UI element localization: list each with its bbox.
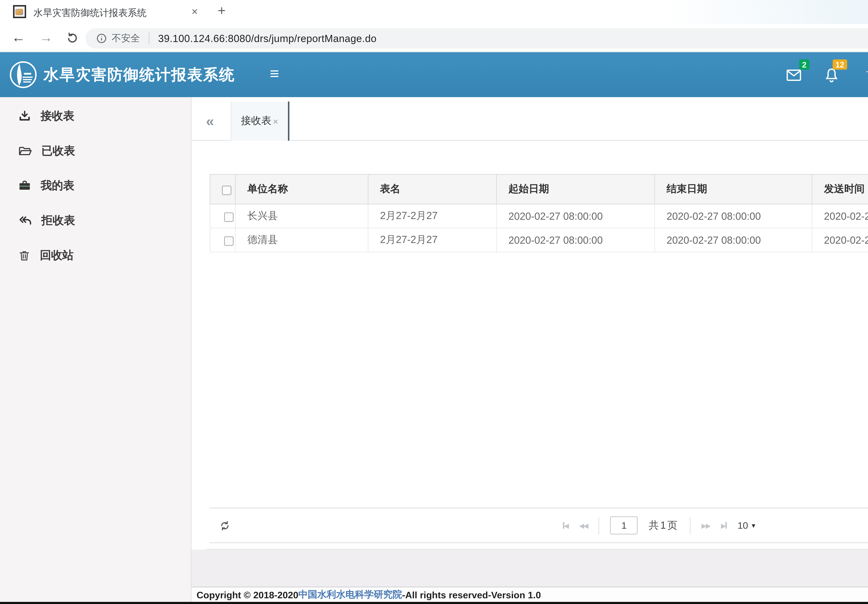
column-header-end: 结束日期 [655, 174, 812, 204]
header-right: 2 12 首页 灾情上报 报表管理 湖州市 [775, 52, 868, 97]
sidebar-item-received[interactable]: 接收表 [0, 99, 191, 133]
footer: Copyright © 2018-2020 中国水利水电科学研究院 -All r… [191, 587, 868, 602]
refresh-button[interactable] [219, 520, 231, 532]
sidebar-item-collected[interactable]: 已收表 [0, 133, 191, 168]
column-header-sent: 发送时间 [812, 174, 868, 204]
url-text: 39.100.124.66:8080/drs/jump/reportManage… [158, 33, 377, 44]
back-button[interactable]: ← [12, 30, 25, 46]
column-header-name: 表名 [368, 174, 496, 204]
sidebar-item-my-tables[interactable]: 我的表 [0, 168, 191, 203]
browser-tabstrip: 水旱灾害防御统计报表系统 × + × [0, 0, 868, 24]
sidebar: 接收表 已收表 我的表 拒收表 [0, 97, 191, 602]
pagination-controls: ◀ ◀◀ 共1页 ▶▶ ▶ 10▾ [563, 508, 755, 542]
sidebar-item-label: 我的表 [40, 178, 74, 194]
new-tab-button[interactable]: + [217, 3, 226, 19]
app-logo-icon [9, 60, 38, 89]
pagination-bar: ◀ ◀◀ 共1页 ▶▶ ▶ 10▾ 1 - 2 共 2 条 [209, 508, 868, 543]
info-icon[interactable] [96, 33, 107, 43]
sidebar-item-label: 回收站 [40, 248, 74, 263]
copyright-prefix: Copyright © 2018-2020 [197, 589, 298, 600]
first-page-button[interactable]: ◀ [563, 522, 568, 529]
cell-end: 2020-02-27 08:00:00 [655, 228, 812, 252]
sidebar-item-label: 接收表 [40, 108, 74, 124]
table-row: 长兴县 2月27-2月27 2020-02-27 08:00:00 2020-0… [210, 204, 868, 228]
tab-close-icon[interactable]: × [191, 5, 198, 17]
folder-open-icon [18, 144, 32, 158]
next-page-button[interactable]: ▶▶ [702, 522, 710, 529]
refresh-icon [219, 520, 231, 532]
cell-start: 2020-02-27 08:00:00 [496, 204, 655, 228]
institute-link[interactable]: 中国水利水电科学研究院 [298, 588, 402, 601]
column-header-unit: 单位名称 [236, 174, 368, 204]
screen: 水旱灾害防御统计报表系统 × + × ← → [0, 0, 868, 604]
cell-unit: 德清县 [236, 228, 368, 252]
mail-badge: 2 [799, 60, 809, 70]
browser-tab[interactable]: 水旱灾害防御统计报表系统 × [6, 0, 210, 24]
sidebar-item-label: 已收表 [41, 143, 75, 158]
cell-sent: 2020-02-28 08:00:00 [812, 204, 868, 228]
download-icon [18, 110, 31, 122]
forward-button[interactable]: → [39, 30, 53, 46]
sidebar-item-label: 拒收表 [41, 213, 75, 228]
sidebar-item-rejected[interactable]: 拒收表 [0, 203, 191, 238]
cell-unit: 长兴县 [236, 204, 368, 228]
app-header: 水旱灾害防御统计报表系统 ≡ 2 12 首页 灾情上报 报表管理 [0, 52, 868, 97]
table-row: 德清县 2月27-2月27 2020-02-27 08:00:00 2020-0… [210, 228, 868, 252]
copyright-suffix: -All rights reserved-Version 1.0 [402, 589, 541, 600]
page-background-band [191, 550, 868, 587]
pagination-separator [598, 517, 599, 534]
messages-button[interactable]: 2 [775, 52, 812, 97]
column-header-start: 起始日期 [496, 174, 655, 204]
security-label: 不安全 [112, 32, 140, 45]
row-checkbox[interactable] [224, 212, 233, 221]
page-tab-close-icon[interactable]: × [273, 116, 279, 127]
trash-icon [18, 249, 30, 262]
caret-down-icon: ▾ [752, 521, 755, 530]
page-number-input[interactable] [610, 516, 638, 534]
reload-icon [66, 32, 78, 44]
reply-all-icon [18, 214, 32, 227]
hamburger-menu-icon[interactable]: ≡ [270, 52, 279, 96]
url-field[interactable]: 不安全 39.100.124.66:8080/drs/jump/reportMa… [85, 28, 868, 49]
favicon-icon [13, 5, 26, 18]
notifications-button[interactable]: 12 [812, 52, 850, 97]
total-pages-label: 共1页 [649, 519, 679, 532]
browser-tab-title: 水旱灾害防御统计报表系统 [33, 6, 178, 20]
cell-name: 2月27-2月27 [368, 204, 496, 228]
prev-page-button[interactable]: ◀◀ [579, 522, 587, 529]
nav-home[interactable]: 首页 [850, 52, 868, 97]
page-tab-received[interactable]: 接收表 × [231, 102, 289, 141]
page-size-select[interactable]: 10▾ [738, 520, 755, 531]
pagination-separator [690, 517, 691, 534]
table-header-row: 单位名称 表名 起始日期 结束日期 发送时间 操作 [210, 174, 868, 204]
cell-name: 2月27-2月27 [368, 228, 496, 252]
app-title: 水旱灾害防御统计报表系统 [43, 52, 235, 97]
last-page-button[interactable]: ▶ [721, 522, 727, 529]
main-content: « 接收表 × » 页签操作 ▾ [191, 97, 868, 602]
tabs-scroll-left-icon[interactable]: « [206, 102, 214, 141]
cell-sent: 2020-02-27 08:00:00 [812, 228, 868, 252]
sidebar-item-recycle-bin[interactable]: 回收站 [0, 238, 191, 273]
bottom-edge [0, 602, 868, 604]
notification-badge: 12 [832, 60, 847, 70]
cell-end: 2020-02-27 08:00:00 [655, 204, 812, 228]
page-tabbar: « 接收表 × » 页签操作 ▾ [191, 102, 868, 141]
briefcase-icon [18, 179, 31, 192]
report-table: 单位名称 表名 起始日期 结束日期 发送时间 操作 长兴县 2月27-2月27 … [209, 174, 868, 252]
cell-start: 2020-02-27 08:00:00 [496, 228, 655, 252]
reload-button[interactable] [66, 32, 78, 44]
row-checkbox[interactable] [224, 236, 233, 246]
select-all-checkbox[interactable] [222, 186, 231, 195]
url-separator [149, 33, 149, 44]
page-tab-label: 接收表 [241, 115, 271, 128]
browser-address-bar: ← → 不安全 39.100.124.66:8080/drs/jump/repo… [0, 24, 868, 52]
